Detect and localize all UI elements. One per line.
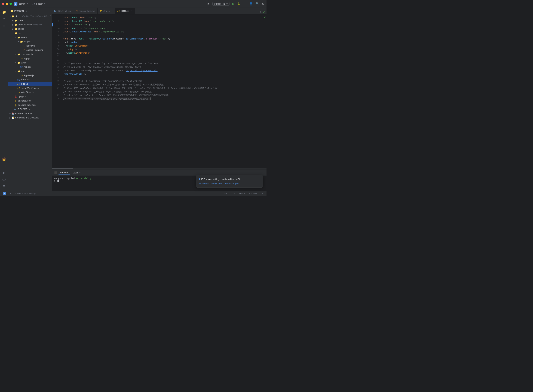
tree-item-gitignore[interactable]: ▶ 🚫 .gitignore <box>8 94 52 99</box>
tree-item-package-lock-json[interactable]: ▶ {} package-lock.json <box>8 103 52 107</box>
tree-label-public: public <box>18 28 24 30</box>
tree-label-package-lock-json: package-lock.json <box>18 104 36 106</box>
tree-item-images[interactable]: ▼ 📁 images <box>8 39 52 44</box>
close-button[interactable] <box>2 3 5 5</box>
git-status-item[interactable]: ⊙ <box>9 192 13 195</box>
tree-item-setup-tests[interactable]: ▶ JS setupTests.js <box>8 90 52 94</box>
terminal-tab-local[interactable]: Local ✕ <box>71 171 82 175</box>
tree-item-src[interactable]: ▼ 📁 src <box>8 31 52 35</box>
gitignore-icon: 🚫 <box>14 95 17 98</box>
tree-item-node-modules[interactable]: ▶ 📁 node_modules library root <box>8 23 52 27</box>
sidebar-tree[interactable]: ▼ 📁 starlink ~/Desktop/Projects/SpaceX/C… <box>8 14 52 191</box>
minimize-button[interactable] <box>6 3 8 5</box>
notification-actions: View Files Always Add Don't Ask Again <box>199 182 260 185</box>
folder-icon-btn[interactable]: 📁 <box>1 9 7 15</box>
more-icon[interactable]: ⋮ <box>243 2 246 5</box>
line-col-item[interactable]: 24:51 <box>222 192 229 195</box>
tree-label-app-js: App.js <box>24 57 30 60</box>
local-tab-label: Local <box>72 172 78 174</box>
expand-arrow-icon: ▼ <box>12 32 14 35</box>
tree-item-external-libraries[interactable]: ▶ 📚 External Libraries <box>8 111 52 116</box>
breadcrumb-item[interactable]: starlink > src > index.js <box>14 192 37 195</box>
tab-app-js[interactable]: JS App.js <box>98 8 115 14</box>
js-file-icon: JS <box>17 91 20 94</box>
tab-spacex-logo-svg[interactable]: ⬡ spacex_logo.svg <box>74 8 98 14</box>
tree-label-idea: .idea <box>18 19 23 22</box>
maximize-button[interactable] <box>9 3 12 5</box>
branch-selector[interactable]: ⎇ master ▼ <box>32 2 45 5</box>
user-icon[interactable]: 👤 <box>249 2 253 5</box>
expand-icon-item[interactable]: ⤢ <box>261 192 264 195</box>
settings-icon[interactable]: ⚙ <box>262 2 264 5</box>
branch-chevron-icon: ▼ <box>43 3 45 5</box>
tree-item-app-css[interactable]: ▶ CS App.css <box>8 65 52 69</box>
tree-item-components[interactable]: ▼ 📁 components <box>8 52 52 56</box>
check-mark-icon: ✓ <box>262 10 265 14</box>
view-files-button[interactable]: View Files <box>199 182 209 185</box>
terminal-icon[interactable]: ⬛ <box>54 171 57 174</box>
run-config-selector[interactable]: Current File ▼ <box>212 2 229 6</box>
tree-item-app-js[interactable]: ▶ JS App.js <box>8 56 52 61</box>
tab-index-js[interactable]: JS index.js ✕ <box>115 8 135 14</box>
tree-item-public[interactable]: ▶ 📁 public <box>8 27 52 31</box>
line-ending-item[interactable]: LF <box>232 192 236 195</box>
sun-icon[interactable]: ☀ <box>207 2 210 5</box>
tree-label-app-css: App.css <box>24 66 31 68</box>
horizontal-scrollbar[interactable] <box>52 168 266 170</box>
icon-bar: 📁 ⑂ ⊞ ⋯ 🧑 ❒ ▶ ⓘ ⚑ <box>0 8 8 191</box>
sidebar-header[interactable]: 📁 Project ▼ <box>8 8 52 14</box>
project-name-label: starlink <box>19 2 26 5</box>
tab-overflow-icon[interactable]: ⋮ <box>259 11 262 14</box>
line-marker <box>52 23 53 26</box>
tree-item-scratches-consoles[interactable]: ▶ 📝 Scratches and Consoles <box>8 116 52 120</box>
project-name[interactable]: starlink ▼ <box>19 2 28 5</box>
code-editor[interactable]: import React from 'react'; import ReactD… <box>61 14 264 168</box>
scroll-thumb[interactable] <box>52 168 73 169</box>
tree-item-starlink[interactable]: ▼ 📁 starlink ~/Desktop/Projects/SpaceX/C… <box>8 14 52 18</box>
run-config-label: Current File <box>214 3 225 5</box>
tree-item-report-web-vitals[interactable]: ▶ JS reportWebVitals.js <box>8 86 52 90</box>
tab-close-icon[interactable]: ✕ <box>130 10 133 12</box>
tree-item-app-test-js[interactable]: ▶ JS App.test.js <box>8 73 52 78</box>
tree-label-src: src <box>18 32 21 34</box>
encoding-item[interactable]: UTF-8 <box>238 192 246 195</box>
tree-item-index-js[interactable]: ▶ JS index.js <box>8 82 52 86</box>
tree-item-tests[interactable]: ▼ 📁 tests <box>8 69 52 73</box>
plugins-icon-btn[interactable]: ⊞ <box>1 23 7 29</box>
vcs-status-item[interactable]: V <box>2 192 7 195</box>
terminal-tab-terminal[interactable]: Terminal <box>59 171 70 175</box>
file-check-icon: ✓ <box>264 16 266 19</box>
bookmark-icon-btn[interactable]: ❒ <box>1 163 7 169</box>
vcs-icon-btn[interactable]: ⑂ <box>1 16 7 22</box>
avatar-btn[interactable]: 🧑 <box>1 156 7 163</box>
run-icon[interactable]: ▶ <box>232 2 234 5</box>
tree-item-assets[interactable]: ▼ 📁 assets <box>8 35 52 39</box>
tree-item-index-css[interactable]: ▶ CS index.css <box>8 78 52 82</box>
git-icon-btn[interactable]: ⚑ <box>1 183 7 189</box>
folder-icon: 📁 <box>14 19 17 22</box>
search-icon[interactable]: 🔍 <box>256 2 259 5</box>
line-col-label: 24:51 <box>223 192 229 195</box>
js-file-icon: JS <box>17 83 20 85</box>
tree-item-logo-svg[interactable]: ▶ ⬡ logo.svg <box>8 44 52 48</box>
tree-item-package-json[interactable]: ▶ {} package.json <box>8 99 52 103</box>
tree-item-spacex-logo-svg[interactable]: ▶ ⬡ spacex_logo.svg <box>8 48 52 52</box>
tab-label-spacex-logo: spacex_logo.svg <box>79 10 95 12</box>
debug-icon[interactable]: 🐛 <box>237 2 241 5</box>
tab-readme-md[interactable]: M↓ README.md <box>52 8 74 14</box>
terminal-header: ⬛ Terminal Local ✕ <box>52 170 266 176</box>
problem-icon-btn[interactable]: ⓘ <box>1 176 7 183</box>
expand-arrow-icon: ▶ <box>12 23 14 26</box>
indent-item[interactable]: 4 spaces <box>248 192 258 195</box>
expand-arrow-icon: ▼ <box>14 61 17 64</box>
always-add-button[interactable]: Always Add <box>211 182 222 185</box>
local-tab-close-icon[interactable]: ✕ <box>79 172 81 174</box>
line-ending-label: LF <box>233 192 235 195</box>
dont-ask-again-button[interactable]: Don't Ask Again <box>224 182 239 185</box>
run-tool-icon-btn[interactable]: ▶ <box>1 170 7 176</box>
more-tools-icon-btn[interactable]: ⋯ <box>1 29 7 36</box>
tree-item-styles[interactable]: ▼ 📁 styles <box>8 61 52 65</box>
tree-item-readme-md[interactable]: ▶ M↓ README.md <box>8 107 52 111</box>
tree-label-logo-svg: logo.svg <box>26 45 35 47</box>
tree-item-idea[interactable]: ▶ 📁 .idea <box>8 18 52 23</box>
